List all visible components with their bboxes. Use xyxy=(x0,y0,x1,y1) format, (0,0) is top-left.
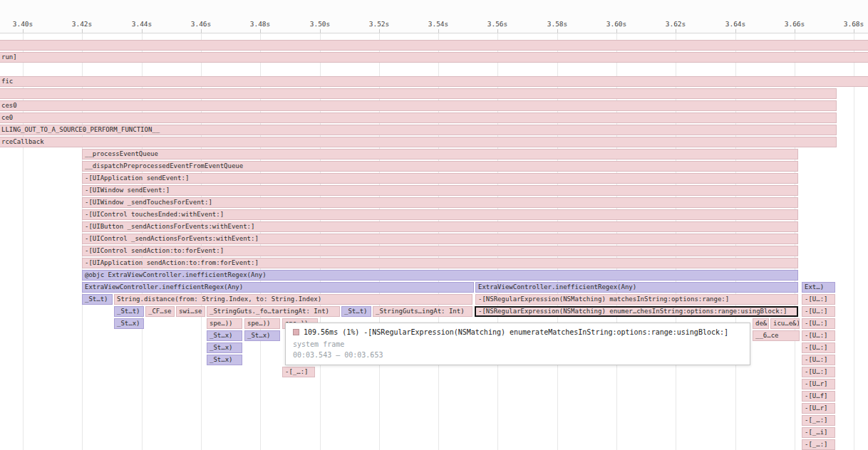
flame-bar[interactable]: ces0 xyxy=(0,100,837,111)
ruler-tick-mark xyxy=(260,29,261,33)
ruler-tick-label: 3.44s xyxy=(132,20,153,28)
flame-bar[interactable]: -[U…:] xyxy=(802,330,835,341)
flame-bar[interactable]: spe…)) xyxy=(207,318,242,329)
flame-bar[interactable]: _St…t) xyxy=(82,294,113,305)
flame-bar[interactable]: _St…x) xyxy=(244,330,280,341)
flame-bar-selected[interactable]: -[NSRegularExpression(NSMatching) enumer… xyxy=(475,306,798,317)
flame-bar[interactable]: -[UIWindow sendEvent:] xyxy=(82,185,798,196)
ruler-tick-label: 3.52s xyxy=(369,20,390,28)
ruler-tick-mark xyxy=(616,29,617,33)
tooltip-title: 109.56ms (1%) -[NSRegularExpression(NSMa… xyxy=(304,328,728,336)
flame-bar[interactable]: _St…x) xyxy=(207,342,242,353)
ruler-tick-label: 3.40s xyxy=(13,20,33,28)
flame-bar[interactable]: spe…)) xyxy=(244,318,280,329)
ruler-tick-label: 3.48s xyxy=(250,20,271,28)
flame-bar[interactable]: _St…x) xyxy=(207,330,242,341)
ruler-tick-label: 3.60s xyxy=(606,20,627,28)
flame-bar[interactable]: __6…ce xyxy=(753,330,800,341)
flame-bar[interactable]: -[U…:] xyxy=(802,306,835,317)
time-profiler-flame-graph: 3.40s3.42s3.44s3.46s3.48s3.50s3.52s3.54s… xyxy=(0,0,868,450)
tooltip-title-row: 109.56ms (1%) -[NSRegularExpression(NSMa… xyxy=(293,328,743,336)
ruler-tick-mark xyxy=(379,29,380,33)
flame-bar[interactable]: LLING_OUT_TO_A_SOURCE0_PERFORM_FUNCTION_… xyxy=(0,125,837,135)
flame-bar[interactable]: -[UIWindow _sendTouchesForEvent:] xyxy=(82,197,798,208)
flame-bar[interactable]: -[UIControl sendAction:to:forEvent:] xyxy=(82,246,798,256)
flame-bar[interactable]: _St…t) xyxy=(341,306,371,317)
flame-bar[interactable]: -[_…:] xyxy=(802,415,835,426)
flame-bar[interactable]: -[UIControl _sendActionsForEvents:withEv… xyxy=(82,234,798,244)
flame-bar[interactable]: -[U…:] xyxy=(802,355,835,365)
ruler-tick-mark xyxy=(557,29,558,33)
flame-bar[interactable]: _St…x) xyxy=(207,355,242,365)
flame-bar[interactable] xyxy=(0,40,868,51)
flame-bar[interactable]: ExtraViewController.inefficientRegex(Any… xyxy=(475,282,798,293)
flame-bar[interactable]: -[U…f] xyxy=(802,391,835,402)
flame-bar[interactable]: ce0 xyxy=(0,112,837,123)
flame-bar[interactable]: fic xyxy=(0,76,868,87)
ruler-tick-label: 3.54s xyxy=(428,20,449,28)
flame-bar[interactable]: -[U…:] xyxy=(802,367,835,377)
flame-bar[interactable]: _St…t) xyxy=(114,306,144,317)
ruler-tick-mark xyxy=(201,29,202,33)
timeline-ruler[interactable]: 3.40s3.42s3.44s3.46s3.48s3.50s3.52s3.54s… xyxy=(0,0,868,33)
gridline xyxy=(854,33,854,450)
frame-color-swatch xyxy=(293,329,299,335)
flame-bar[interactable]: -[UIButton _sendActionsForEvents:withEve… xyxy=(82,221,798,232)
ruler-tick-label: 3.58s xyxy=(547,20,568,28)
ruler-tick-mark xyxy=(142,29,143,33)
frame-tooltip: 109.56ms (1%) -[NSRegularExpression(NSMa… xyxy=(285,323,750,365)
flame-bar[interactable]: -[U…:] xyxy=(802,294,835,305)
flame-bar[interactable]: -[_…i] xyxy=(802,427,835,438)
ruler-tick-mark xyxy=(82,29,83,33)
flame-bar[interactable]: __dispatchPreprocessedEventFromEventQueu… xyxy=(82,161,798,172)
flame-bar[interactable]: _CF…se xyxy=(145,306,175,317)
flame-bar[interactable]: -[NSRegularExpression(NSMatching) matche… xyxy=(475,294,798,305)
flame-bar[interactable]: -[_…:] xyxy=(282,367,315,377)
ruler-tick-label: 3.66s xyxy=(785,20,805,28)
ruler-tick-mark xyxy=(735,29,736,33)
flame-bar[interactable]: icu…e&) xyxy=(770,318,800,329)
flame-bar[interactable]: -[UIApplication sendAction:to:from:forEv… xyxy=(82,258,798,268)
flame-bar[interactable]: -[U…:] xyxy=(802,318,835,329)
ruler-tick-mark xyxy=(438,29,439,33)
flame-bar[interactable]: _StringGuts._fo…tartingAt: Int) xyxy=(207,306,340,317)
ruler-tick-mark xyxy=(23,29,24,33)
ruler-tick-label: 3.42s xyxy=(72,20,93,28)
flame-bar[interactable]: swi…se xyxy=(176,306,205,317)
flame-bar[interactable]: Ext…) xyxy=(802,282,835,293)
ruler-tick-label: 3.50s xyxy=(310,20,331,28)
ruler-tick-label: 3.46s xyxy=(191,20,212,28)
flame-bar[interactable]: -[UIControl touchesEnded:withEvent:] xyxy=(82,209,798,220)
flame-bar[interactable]: -[U…:] xyxy=(802,342,835,353)
flame-bar[interactable]: -[UIApplication sendEvent:] xyxy=(82,173,798,184)
ruler-tick-mark xyxy=(854,29,854,33)
flame-bar[interactable]: __processEventQueue xyxy=(82,149,798,159)
flame-bar[interactable]: de&) xyxy=(753,318,769,329)
ruler-tick-label: 3.62s xyxy=(666,20,686,28)
flame-bar[interactable]: ExtraViewController.inefficientRegex(Any… xyxy=(82,282,474,293)
flame-bar[interactable]: run] xyxy=(0,52,868,63)
flame-bar[interactable]: @objc ExtraViewController.inefficientReg… xyxy=(82,270,798,281)
flame-bar[interactable]: rceCallback xyxy=(0,137,837,147)
flame-bar[interactable]: -[_…:] xyxy=(802,439,835,450)
ruler-tick-mark xyxy=(320,29,321,33)
flame-bar[interactable]: _St…x) xyxy=(114,318,144,329)
flame-bar[interactable]: String.distance(from: String.Index, to: … xyxy=(114,294,472,305)
ruler-tick-mark xyxy=(795,29,795,33)
ruler-tick-label: 3.64s xyxy=(725,20,746,28)
flame-bar[interactable] xyxy=(0,88,837,99)
ruler-tick-mark xyxy=(676,29,676,33)
flame-bar[interactable]: -[U…r] xyxy=(802,403,835,414)
tooltip-frame-kind: system frame xyxy=(293,340,743,348)
tooltip-time-range: 00:03.543 — 00:03.653 xyxy=(293,351,743,359)
ruler-tick-label: 3.68s xyxy=(844,20,864,28)
flame-bar[interactable]: _StringGuts…ingAt: Int) xyxy=(373,306,472,317)
ruler-tick-mark xyxy=(497,29,498,33)
ruler-tick-label: 3.56s xyxy=(487,20,508,28)
flame-bar[interactable]: -[U…r] xyxy=(802,379,835,389)
